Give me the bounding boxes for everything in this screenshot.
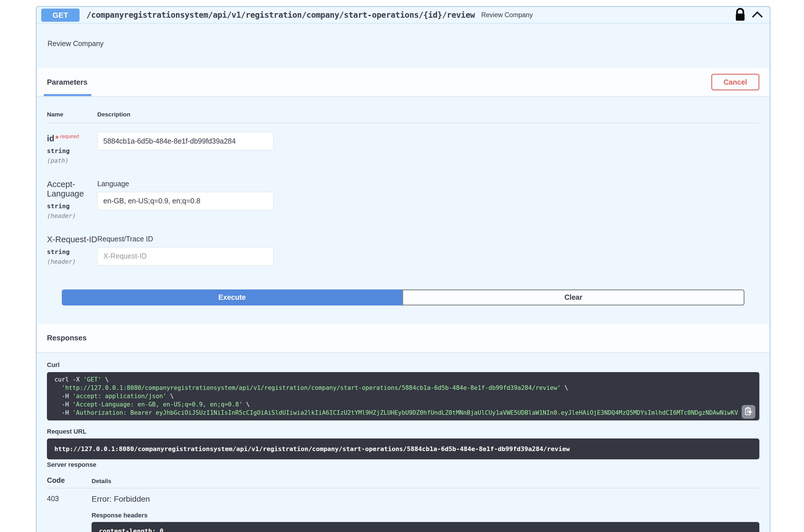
param-name: Accept-Language	[47, 179, 97, 198]
param-type: string	[47, 248, 97, 255]
endpoint-path[interactable]: /companyregistrationsystem/api/v1/regist…	[87, 10, 475, 20]
clear-button[interactable]: Clear	[402, 289, 745, 305]
param-row-id: id*required string (path)	[47, 123, 759, 171]
column-header-code: Code	[47, 476, 92, 484]
operation-summary-text: Review Company	[481, 11, 533, 19]
accept-language-input[interactable]	[97, 192, 274, 210]
x-request-id-input[interactable]	[97, 247, 274, 265]
responses-title: Responses	[47, 334, 87, 342]
method-badge: GET	[41, 8, 79, 22]
response-error-text: Error: Forbidden	[92, 495, 759, 504]
param-description: Language	[97, 179, 759, 188]
param-name: id*required	[47, 132, 97, 143]
server-response-table-header: Code Details	[47, 469, 759, 488]
param-type: string	[47, 203, 97, 210]
column-header-description: Description	[97, 111, 759, 118]
param-type: string	[47, 147, 97, 154]
curl-label: Curl	[47, 361, 759, 369]
execute-button[interactable]: Execute	[62, 289, 402, 305]
server-response-label: Server response	[47, 461, 759, 469]
curl-command: curl -X 'GET' \ 'http://127.0.0.1:8080/c…	[47, 372, 759, 420]
operation-summary[interactable]: GET /companyregistrationsystem/api/v1/re…	[37, 7, 770, 23]
operation-description: Review Company	[37, 23, 770, 68]
id-input[interactable]	[97, 132, 274, 150]
request-url-label: Request URL	[47, 428, 759, 435]
collapse-button[interactable]	[751, 11, 763, 19]
operation-block-get: GET /companyregistrationsystem/api/v1/re…	[36, 6, 770, 532]
server-response-row: 403 Error: Forbidden Response headers co…	[47, 488, 759, 532]
responses-area: Curl curl -X 'GET' \ 'http://127.0.0.1:8…	[37, 361, 770, 532]
request-url-value: http://127.0.0.1:8080/companyregistratio…	[47, 438, 759, 459]
execute-wrapper: Execute Clear	[62, 289, 745, 305]
auth-lock-button[interactable]	[735, 8, 745, 22]
column-header-name: Name	[47, 111, 97, 118]
param-name: X-Request-ID	[47, 235, 97, 244]
response-headers-label: Response headers	[92, 512, 759, 519]
active-tab-underline	[44, 94, 91, 96]
param-description: Request/Trace ID	[97, 235, 759, 243]
param-row-x-request-id: X-Request-ID string (header) Request/Tra…	[47, 226, 759, 272]
param-location: (header)	[47, 212, 97, 220]
parameters-table: Name Description id*required string (pat…	[37, 96, 770, 305]
copy-to-clipboard-button[interactable]	[742, 405, 755, 419]
lock-icon	[735, 8, 745, 22]
param-row-accept-language: Accept-Language string (header) Language	[47, 171, 759, 226]
response-headers-value: content-length: 0	[92, 522, 759, 532]
responses-section-header: Responses	[37, 324, 770, 352]
clipboard-icon	[744, 407, 753, 417]
parameters-section-header: Parameters Cancel	[37, 68, 770, 96]
parameters-title: Parameters	[47, 78, 88, 87]
curl-code: curl -X 'GET' \ 'http://127.0.0.1:8080/c…	[54, 376, 752, 417]
cancel-button[interactable]: Cancel	[711, 74, 759, 90]
param-location: (path)	[47, 157, 97, 164]
response-status-code: 403	[47, 495, 92, 532]
parameters-table-header: Name Description	[47, 96, 759, 123]
column-header-details: Details	[92, 478, 759, 484]
param-location: (header)	[47, 258, 97, 265]
chevron-up-icon	[751, 11, 763, 19]
